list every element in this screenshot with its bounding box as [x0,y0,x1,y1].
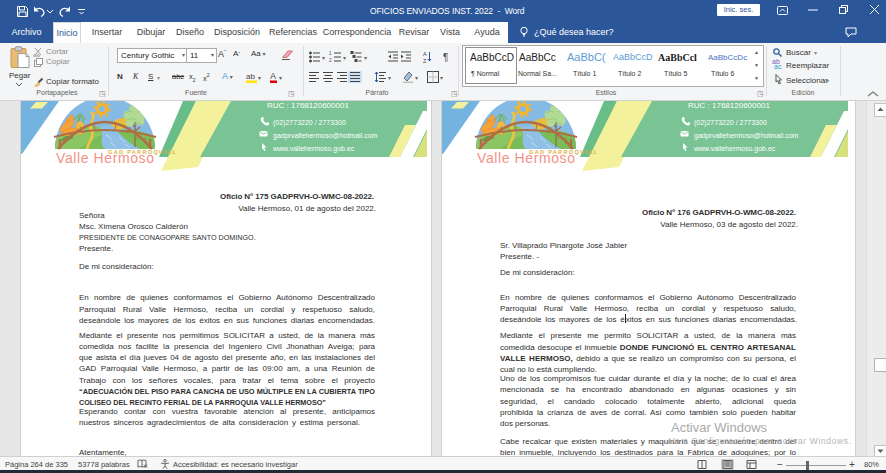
svg-text:▾: ▾ [440,75,443,81]
svg-text:www.vallehermoso.gob.ec: www.vallehermoso.gob.ec [693,145,776,153]
svg-text:▾: ▾ [279,75,282,81]
svg-text:▾: ▾ [364,55,367,61]
svg-text:RUC : 1768120600001: RUC : 1768120600001 [688,101,770,110]
svg-text:2: 2 [329,58,332,63]
svg-text:¶: ¶ [443,52,448,63]
svg-text:▾: ▾ [322,55,325,61]
svg-text:A: A [423,51,427,57]
svg-text:Z: Z [423,57,427,63]
svg-text:▾: ▾ [415,75,418,81]
svg-text:▾: ▾ [388,75,391,81]
svg-text:A: A [270,71,276,81]
svg-text:gadprvallehermoso@hotmail.com: gadprvallehermoso@hotmail.com [694,132,799,140]
svg-text:▾: ▾ [258,75,261,81]
svg-text:ac: ac [774,63,782,69]
svg-text:(02)2773220 / 2773300: (02)2773220 / 2773300 [694,119,767,127]
svg-text:Valle Hermoso: Valle Hermoso [477,150,575,166]
svg-text:ab: ab [246,72,255,81]
svg-text:▾: ▾ [343,55,346,61]
svg-text:1: 1 [329,51,332,56]
